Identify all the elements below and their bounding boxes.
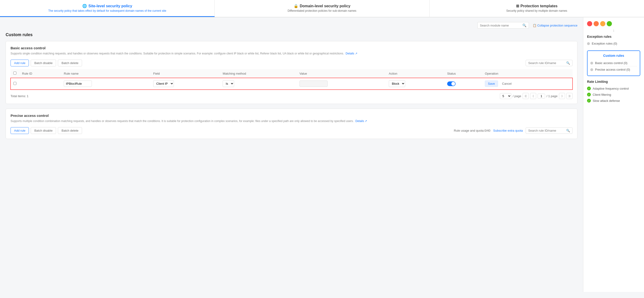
precise-access-dot <box>590 68 593 71</box>
dot-orange <box>594 21 599 26</box>
precise-access-sidebar-item[interactable]: Precise access control (0) <box>590 66 637 73</box>
top-toolbar: 🔍 📋 Collapse protection sequence <box>6 22 578 29</box>
save-button[interactable]: Save <box>485 81 498 87</box>
prev-page-btn[interactable]: ⟨ <box>530 93 536 99</box>
search-precise-input[interactable] <box>528 129 565 132</box>
precise-toolbar-left: Add rule Batch disable Batch delete <box>10 127 82 134</box>
template-icon: ⊞ <box>516 4 519 8</box>
exception-label: Exception rules (0) <box>592 42 617 45</box>
search-module-wrapper: 🔍 <box>478 22 529 29</box>
select-all-checkbox[interactable] <box>13 72 16 75</box>
precise-batch-disable-button[interactable]: Batch disable <box>31 127 56 134</box>
adaptive-freq-check: ✓ <box>587 87 591 90</box>
basic-access-sidebar-item[interactable]: Basic access control (0) <box>590 60 637 66</box>
client-filtering-label: Client filtering <box>593 93 611 96</box>
domain-icon: 🔒 <box>294 4 298 8</box>
col-value: Value <box>297 69 386 78</box>
adaptive-freq-item[interactable]: ✓ Adaptive frequency control <box>587 85 640 92</box>
precise-access-title: Precise access control <box>10 114 572 118</box>
first-page-btn[interactable]: ⟨⟨ <box>522 93 529 99</box>
precise-add-rule-button[interactable]: Add rule <box>10 127 29 134</box>
globe-icon: 🌐 <box>82 4 87 8</box>
precise-batch-delete-button[interactable]: Batch delete <box>58 127 82 134</box>
rules-table: Rule ID Rule name Field Matching method … <box>10 69 572 90</box>
precise-access-desc: Supports multiple condition combination … <box>10 119 572 123</box>
collapse-btn[interactable]: 📋 Collapse protection sequence <box>533 24 578 27</box>
search-icon: 🔍 <box>522 24 526 27</box>
tab-site-level[interactable]: 🌐 Site-level security policy The securit… <box>0 0 215 17</box>
content-area: 🔍 📋 Collapse protection sequence Custom … <box>0 17 583 292</box>
basic-access-dot <box>590 62 593 65</box>
exception-rules-title: Exception rules <box>587 35 640 39</box>
precise-access-sidebar-label: Precise access control (0) <box>595 68 630 71</box>
collapse-icon: 📋 <box>533 24 536 27</box>
tab3-subtitle: Security policy shared by multiple domai… <box>434 9 639 13</box>
basic-access-sidebar-label: Basic access control (0) <box>595 61 627 65</box>
col-rule-id: Rule ID <box>19 69 61 78</box>
slow-attack-label: Slow attack defense <box>593 99 620 103</box>
rule-toolbar-left: Add rule Batch disable Batch delete <box>10 60 82 66</box>
search-rule-icon: 🔍 <box>566 61 570 65</box>
last-page-btn[interactable]: ⟩⟩ <box>566 93 572 99</box>
field-select[interactable]: Client IP <box>153 80 174 87</box>
slow-attack-item[interactable]: ✓ Slow attack defense <box>587 98 640 104</box>
custom-rules-heading: Custom rules <box>6 32 578 37</box>
main-layout: 🔍 📋 Collapse protection sequence Custom … <box>0 17 644 292</box>
tab-domain-level[interactable]: 🔒 Domain-level security policy Different… <box>215 0 429 17</box>
rate-limiting-title: Rate Limiting <box>587 80 640 84</box>
status-toggle[interactable] <box>447 81 456 86</box>
col-status: Status <box>444 69 482 78</box>
col-field: Field <box>150 69 220 78</box>
basic-access-section: Basic access control Supports single con… <box>6 41 578 104</box>
precise-access-details-link[interactable]: Details ↗ <box>355 119 367 123</box>
adaptive-freq-label: Adaptive frequency control <box>593 87 629 90</box>
tab-protection-templates[interactable]: ⊞ Protection templates Security policy s… <box>430 0 644 17</box>
exception-rules-item[interactable]: Exception rules (0) <box>587 40 640 47</box>
action-select[interactable]: Block <box>389 80 405 87</box>
top-nav: 🌐 Site-level security policy The securit… <box>0 0 644 17</box>
total-items: Total items: 1 <box>10 94 28 98</box>
tab3-title: Protection templates <box>520 4 558 8</box>
arrow-down: ↓ <box>587 28 640 32</box>
basic-access-title: Basic access control <box>10 46 572 50</box>
matching-method-select[interactable]: Is <box>223 80 234 87</box>
tab2-subtitle: Differentiated protection policies for s… <box>219 9 424 13</box>
precise-toolbar-right: Rule usage and quota:0/40 Subscribe extr… <box>454 127 572 134</box>
basic-access-details-link[interactable]: Details ↗ <box>346 52 358 55</box>
cancel-button[interactable]: Cancel <box>500 81 513 87</box>
client-filtering-check: ✓ <box>587 93 591 96</box>
custom-rules-sidebar-box: Custom rules Basic access control (0) Pr… <box>587 51 640 76</box>
pagination-row: Total items: 1 5 10 20 / page ⟨⟨ ⟨ / 1 p… <box>10 93 572 99</box>
row-checkbox[interactable] <box>13 82 16 85</box>
total-pages-label: / 1 page <box>546 94 558 98</box>
search-rule-input[interactable] <box>528 61 565 65</box>
add-rule-button[interactable]: Add rule <box>10 60 29 66</box>
precise-access-section: Precise access control Supports multiple… <box>6 109 578 139</box>
per-page-label: / page <box>513 94 521 98</box>
batch-delete-button[interactable]: Batch delete <box>58 60 82 66</box>
rule-name-input[interactable] <box>64 81 92 87</box>
rule-toolbar: Add rule Batch disable Batch delete 🔍 <box>10 60 572 66</box>
client-filtering-item[interactable]: ✓ Client filtering <box>587 92 640 98</box>
search-precise-wrapper: 🔍 <box>526 127 572 134</box>
color-dots-row <box>587 21 640 26</box>
row-rule-id <box>19 78 61 90</box>
collapse-label: Collapse protection sequence <box>537 24 578 27</box>
dot-amber <box>600 21 605 26</box>
col-matching-method: Matching method <box>220 69 297 78</box>
rule-usage-label: Rule usage and quota:0/40 <box>454 129 490 132</box>
current-page-input[interactable] <box>538 94 545 99</box>
search-module-input[interactable] <box>480 24 521 27</box>
value-input[interactable] <box>300 81 328 87</box>
search-precise-icon: 🔍 <box>566 129 570 132</box>
subscribe-quota-link[interactable]: Subscribe extra quota <box>493 129 523 132</box>
next-page-btn[interactable]: ⟩ <box>559 93 565 99</box>
col-action: Action <box>386 69 444 78</box>
batch-disable-button[interactable]: Batch disable <box>31 60 56 66</box>
dot-green <box>607 21 612 26</box>
sidebar: ↓ Exception rules Exception rules (0) Cu… <box>583 17 644 292</box>
tab1-title: Site-level security policy <box>88 4 132 8</box>
per-page-select[interactable]: 5 10 20 <box>500 93 511 99</box>
tab2-title: Domain-level security policy <box>300 4 350 8</box>
edit-row: Client IP Is Bl <box>10 78 572 90</box>
